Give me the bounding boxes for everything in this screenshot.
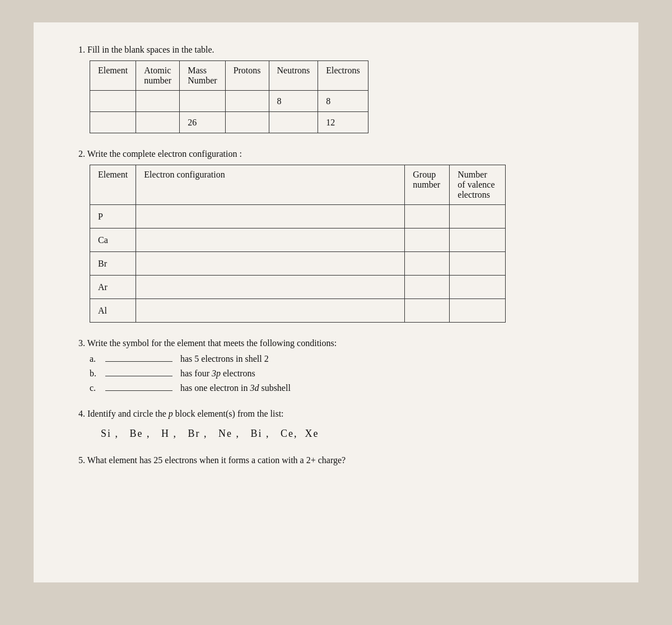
q3-italic-3p: 3p [212, 369, 221, 378]
q3-blank-a [105, 361, 172, 362]
q1-col-electrons: Electrons [318, 61, 368, 91]
cell [90, 91, 136, 112]
q2-col-config: Electron configuration [136, 165, 405, 205]
q3-letter-a: a. [90, 354, 101, 364]
q1-col-neutrons: Neutrons [269, 61, 318, 91]
element-cell: Al [90, 299, 136, 323]
cell: 26 [180, 112, 225, 133]
cell [136, 112, 180, 133]
cell: 8 [269, 91, 318, 112]
q1-col-protons: Protons [225, 61, 269, 91]
question-2: 2. Write the complete electron configura… [78, 149, 605, 323]
q3-item-b: b. has four 3p electrons [90, 369, 605, 379]
valence-cell [450, 252, 506, 276]
q3-blank-c [105, 390, 172, 391]
q3-blank-b [105, 376, 172, 376]
q4-label: 4. Identify and circle the p block eleme… [78, 409, 605, 419]
config-cell [136, 205, 405, 228]
element-cell: P [90, 205, 136, 228]
question-5: 5. What element has 25 electrons when it… [78, 455, 605, 465]
table-row: P [90, 205, 506, 228]
q5-label: 5. What element has 25 electrons when it… [78, 455, 605, 465]
q2-col-group: Groupnumber [405, 165, 450, 205]
group-cell [405, 252, 450, 276]
q3-section: a. has 5 electrons in shell 2 b. has fou… [90, 354, 605, 393]
config-cell [136, 252, 405, 276]
q3-text-b: has four 3p electrons [180, 369, 255, 379]
q2-header-row: Element Electron configuration Groupnumb… [90, 165, 506, 205]
q1-table: Element Atomicnumber MassNumber Protons … [90, 60, 368, 133]
question-4: 4. Identify and circle the p block eleme… [78, 409, 605, 440]
question-1: 1. Fill in the blank spaces in the table… [78, 45, 605, 133]
table-row: Br [90, 252, 506, 276]
q3-text-c: has one electron in 3d subshell [180, 383, 291, 393]
cell [269, 112, 318, 133]
q3-item-c: c. has one electron in 3d subshell [90, 383, 605, 393]
config-cell [136, 228, 405, 252]
question-3: 3. Write the symbol for the element that… [78, 338, 605, 393]
q3-text-a: has 5 electrons in shell 2 [180, 354, 269, 364]
q1-col-mass: MassNumber [180, 61, 225, 91]
cell [225, 112, 269, 133]
cell: 12 [318, 112, 368, 133]
table-row: Ca [90, 228, 506, 252]
q2-col-element: Element [90, 165, 136, 205]
q3-letter-b: b. [90, 369, 101, 379]
element-cell: Ar [90, 276, 136, 299]
q4-italic-p: p [169, 409, 173, 418]
q1-label: 1. Fill in the blank spaces in the table… [78, 45, 605, 55]
cell [180, 91, 225, 112]
cell [225, 91, 269, 112]
valence-cell [450, 205, 506, 228]
q3-letter-c: c. [90, 383, 101, 393]
q1-header-row: Element Atomicnumber MassNumber Protons … [90, 61, 368, 91]
q1-col-element: Element [90, 61, 136, 91]
group-cell [405, 276, 450, 299]
table-row: 26 12 [90, 112, 368, 133]
page: 1. Fill in the blank spaces in the table… [34, 22, 638, 582]
config-cell [136, 299, 405, 323]
cell [136, 91, 180, 112]
q3-italic-3d: 3d [250, 383, 259, 393]
group-cell [405, 299, 450, 323]
q3-label: 3. Write the symbol for the element that… [78, 338, 605, 348]
group-cell [405, 205, 450, 228]
config-cell [136, 276, 405, 299]
valence-cell [450, 299, 506, 323]
table-row: Ar [90, 276, 506, 299]
cell [90, 112, 136, 133]
element-cell: Ca [90, 228, 136, 252]
q2-label: 2. Write the complete electron configura… [78, 149, 605, 159]
valence-cell [450, 276, 506, 299]
q1-col-atomic: Atomicnumber [136, 61, 180, 91]
group-cell [405, 228, 450, 252]
cell: 8 [318, 91, 368, 112]
q2-table: Element Electron configuration Groupnumb… [90, 165, 506, 323]
valence-cell [450, 228, 506, 252]
q2-col-valence: Numberof valenceelectrons [450, 165, 506, 205]
q4-elements-list: Si , Be , H , Br , Ne , Bi , Ce, Xe [101, 428, 605, 440]
element-cell: Br [90, 252, 136, 276]
table-row: Al [90, 299, 506, 323]
table-row: 8 8 [90, 91, 368, 112]
q3-item-a: a. has 5 electrons in shell 2 [90, 354, 605, 364]
